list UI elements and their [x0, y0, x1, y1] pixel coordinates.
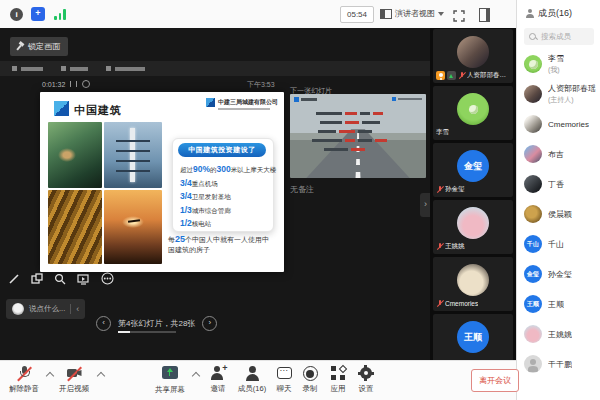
info-icon[interactable]: i	[10, 8, 23, 21]
presentation-timer: 0:01:32	[42, 80, 90, 88]
member-info: 王姚姚	[548, 329, 572, 340]
annotation-toolbar	[8, 272, 114, 285]
no-notes-label: 无备注	[290, 184, 314, 195]
member-row[interactable]: 侯晨颖	[524, 204, 600, 224]
member-name: 千山	[548, 239, 564, 250]
clock-text: 下午3:53	[247, 80, 275, 90]
member-info: 布吉	[548, 149, 564, 160]
member-info: 王顺	[548, 299, 564, 310]
pen-icon[interactable]	[8, 273, 20, 285]
members-icon	[525, 9, 534, 18]
next-slide-preview[interactable]	[290, 94, 426, 178]
pin-icon	[14, 40, 26, 52]
stat-text: 米以上摩天大楼	[231, 166, 277, 173]
menubar-item[interactable]	[61, 66, 88, 71]
member-row[interactable]: 布吉	[524, 144, 600, 164]
chat-placeholder[interactable]: 说点什么...	[29, 304, 65, 314]
stats-list-item: 3/4重点机场	[180, 177, 270, 191]
member-row[interactable]: 人资部邵春瑶(主持人)	[524, 84, 600, 104]
member-avatar: 千山	[524, 235, 542, 253]
refresh-icon[interactable]	[82, 80, 90, 88]
member-avatar	[524, 145, 542, 163]
member-search-input[interactable]: 搜索成员	[524, 28, 594, 45]
leave-meeting-button[interactable]: 离开会议	[471, 369, 519, 392]
video-tile[interactable]: 金玺孙金玺	[433, 143, 513, 197]
settings-button[interactable]: 设置	[344, 365, 388, 394]
collapse-chevron-icon[interactable]: ‹	[76, 304, 79, 314]
member-row[interactable]: 干干鹏	[524, 354, 600, 374]
lock-view-button[interactable]: 锁定画面	[10, 37, 68, 56]
member-row[interactable]: 金玺孙金玺	[524, 264, 600, 284]
video-participant-name: 人资部邵春瑶的…	[467, 71, 510, 80]
stat-highlight: 1/3	[180, 205, 192, 215]
pointer-icon[interactable]	[77, 273, 90, 285]
search-placeholder: 搜索成员	[541, 32, 571, 42]
slide-photo-building	[48, 190, 102, 264]
company-logo-block: 中建三局城建有限公司	[206, 98, 278, 110]
more-icon[interactable]	[101, 272, 114, 285]
board-icon[interactable]	[31, 273, 43, 285]
member-name: 李雪	[548, 53, 564, 64]
member-name: Cmemories	[548, 120, 589, 129]
video-avatar	[457, 93, 489, 125]
meeting-window: i + 05:54 演讲者视图 锁定画面 0:01:32 下午3:53	[0, 0, 600, 400]
member-avatar	[524, 355, 542, 373]
member-panel-header: 成员(16)	[525, 7, 572, 20]
quick-chat-bar[interactable]: 说点什么... ‹	[6, 299, 85, 319]
member-list: 李雪(我)人资部邵春瑶(主持人)Cmemories布吉丁香侯晨颖千山千山金玺孙金…	[524, 54, 600, 384]
prev-slide-button[interactable]: ‹	[96, 316, 111, 331]
video-tile[interactable]: 李雪	[433, 86, 513, 140]
video-tile[interactable]: 王姚姚	[433, 200, 513, 254]
network-signal-icon[interactable]	[54, 9, 68, 20]
fullscreen-icon[interactable]	[453, 8, 465, 26]
preview-text-line	[316, 112, 383, 115]
video-tile[interactable]: Cmemories	[433, 257, 513, 311]
mic-off-icon	[16, 365, 33, 382]
member-row[interactable]: 丁香	[524, 174, 600, 194]
video-tile[interactable]: 王顺	[433, 314, 513, 360]
member-info: 孙金玺	[548, 269, 572, 280]
preview-text-line	[320, 121, 380, 124]
shared-screen-area: 锁定画面 0:01:32 下午3:53 中国建筑 中建三局城建有限公司	[0, 28, 430, 360]
member-row[interactable]: Cmemories	[524, 114, 600, 134]
member-row[interactable]: 李雪(我)	[524, 54, 600, 74]
share-screen-button[interactable]: 共享屏幕	[148, 365, 192, 395]
slide-photo-rocket	[104, 122, 162, 188]
stat-highlight: 1/2	[180, 218, 192, 228]
member-info: Cmemories	[548, 120, 589, 129]
slide-navigation: ‹ 第4张幻灯片，共28张 ›	[96, 316, 217, 331]
stats-list-item: 超过90%的300米以上摩天大楼	[180, 163, 270, 177]
shield-icon[interactable]: +	[31, 7, 45, 21]
member-info: 人资部邵春瑶(主持人)	[548, 83, 596, 105]
view-mode-button[interactable]: 演讲者视图	[380, 5, 444, 22]
next-slide-button[interactable]: ›	[202, 316, 217, 331]
lock-view-label: 锁定画面	[28, 41, 60, 52]
video-avatar: 王顺	[457, 321, 489, 353]
member-avatar	[524, 55, 542, 73]
unmute-button[interactable]: 解除静音	[2, 365, 46, 394]
start-video-button[interactable]: 开启视频	[52, 365, 96, 394]
member-name: 王姚姚	[548, 329, 572, 340]
members-icon	[244, 365, 261, 382]
video-options-chevron[interactable]	[97, 372, 105, 380]
start-video-label: 开启视频	[52, 384, 96, 394]
member-row[interactable]: 王顺王顺	[524, 294, 600, 314]
zoom-icon[interactable]	[54, 273, 66, 285]
member-row[interactable]: 千山千山	[524, 234, 600, 254]
pause-icon[interactable]	[70, 81, 77, 87]
member-role: (主持人)	[548, 95, 596, 105]
stats-card-title: 中国建筑投资建设了	[178, 143, 266, 157]
preview-logo	[294, 97, 317, 102]
menubar-item[interactable]	[106, 66, 145, 71]
preview-text-line	[324, 148, 365, 151]
menubar-item[interactable]	[12, 66, 43, 71]
video-participant-name: 李雪	[436, 128, 449, 137]
stat-highlight: 90%	[193, 164, 210, 174]
search-icon	[529, 33, 537, 41]
video-tile[interactable]: 人资部邵春瑶的…	[433, 29, 513, 83]
member-row[interactable]: 王姚姚	[524, 324, 600, 344]
video-tile-label: 孙金玺	[436, 185, 465, 194]
side-panel-icon[interactable]	[479, 8, 490, 22]
video-avatar: 金玺	[457, 150, 489, 182]
video-avatar	[457, 264, 489, 296]
